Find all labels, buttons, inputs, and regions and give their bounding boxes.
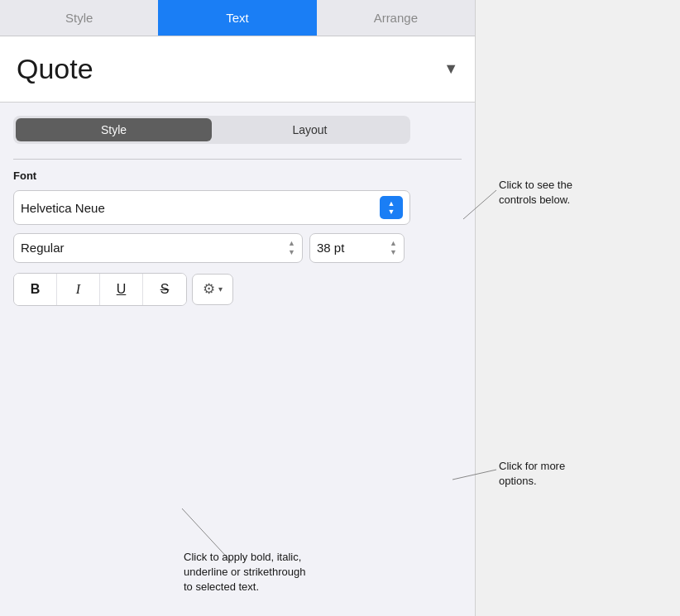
- paragraph-style-area: Quote ▼: [0, 36, 475, 103]
- annotation-controls: Click to see thecontrols below.: [499, 178, 572, 208]
- more-options-button[interactable]: ⚙ ▾: [192, 274, 233, 305]
- tab-bar: Style Text Arrange: [0, 0, 475, 36]
- italic-button[interactable]: I: [57, 274, 100, 305]
- font-style-arrow-up: ▲: [288, 239, 295, 248]
- bold-button[interactable]: B: [14, 274, 57, 305]
- font-name-input[interactable]: Helvetica Neue ▲ ▼: [13, 190, 410, 225]
- tab-text[interactable]: Text: [158, 0, 316, 36]
- font-style-stepper[interactable]: ▲ ▼: [288, 239, 295, 257]
- gear-chevron-icon: ▾: [218, 284, 223, 294]
- seg-btn-layout[interactable]: Layout: [212, 118, 408, 141]
- annotation-options: Click for moreoptions.: [499, 459, 565, 489]
- font-name-row: Helvetica Neue ▲ ▼: [13, 190, 462, 225]
- font-style-arrow-down: ▼: [288, 248, 295, 257]
- style-size-row: Regular ▲ ▼ 38 pt ▲ ▼: [13, 233, 462, 263]
- divider: [13, 159, 462, 160]
- font-name-stepper[interactable]: ▲ ▼: [380, 196, 403, 219]
- font-section-label: Font: [13, 170, 462, 182]
- strikethrough-button[interactable]: S: [143, 274, 186, 305]
- paragraph-style-name: Quote: [17, 53, 93, 85]
- seg-btn-style[interactable]: Style: [16, 118, 212, 141]
- font-size-value: 38 pt: [317, 241, 344, 255]
- tab-style[interactable]: Style: [0, 0, 158, 36]
- font-size-stepper[interactable]: ▲ ▼: [390, 239, 397, 257]
- paragraph-style-chevron[interactable]: ▼: [443, 60, 458, 78]
- font-size-arrow-down: ▼: [390, 248, 397, 257]
- font-style-value: Regular: [21, 241, 65, 255]
- font-name-arrow-up: ▲: [388, 200, 395, 208]
- style-layout-toggle: Style Layout: [13, 116, 410, 144]
- inner-panel: Style Layout Font Helvetica Neue ▲ ▼: [0, 103, 475, 319]
- underline-button[interactable]: U: [100, 274, 143, 305]
- font-style-input[interactable]: Regular ▲ ▼: [13, 233, 303, 263]
- main-panel: Style Text Arrange Quote ▼ Style Layout …: [0, 0, 476, 616]
- font-name-value: Helvetica Neue: [21, 201, 380, 215]
- format-buttons-row: B I U S ⚙ ▾: [13, 273, 462, 306]
- font-size-arrow-up: ▲: [390, 239, 397, 248]
- font-size-input[interactable]: 38 pt ▲ ▼: [309, 233, 405, 263]
- font-name-arrow-down: ▼: [388, 208, 395, 216]
- gear-icon: ⚙: [203, 280, 215, 298]
- tab-arrange[interactable]: Arrange: [317, 0, 475, 36]
- format-group: B I U S: [13, 273, 187, 306]
